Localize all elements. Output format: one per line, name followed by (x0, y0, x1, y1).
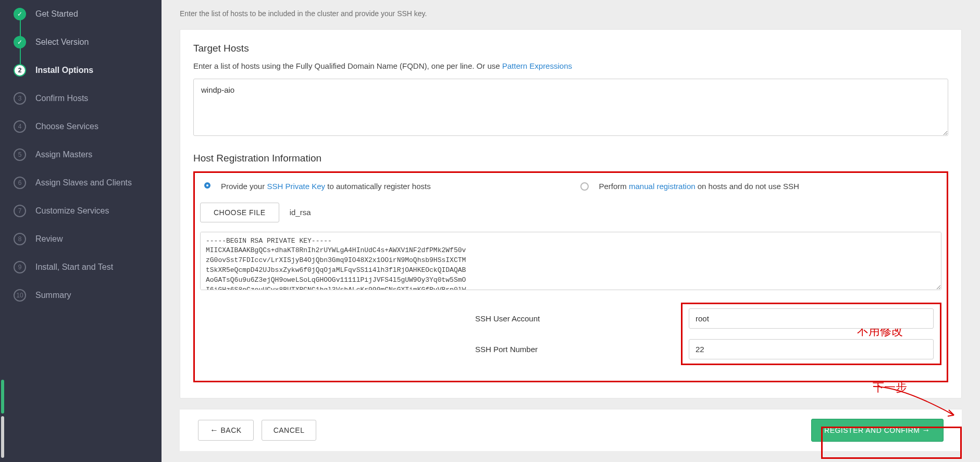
page-subtitle: Enter the list of hosts to be included i… (162, 0, 980, 29)
pattern-expressions-link[interactable]: Pattern Expressions (502, 61, 572, 70)
annotation-inner-highlight: 不用修改 SSH User Account SSH Port Number (681, 303, 941, 365)
step-number-icon: 7 (14, 205, 26, 217)
step-number-icon: 4 (14, 120, 26, 133)
target-hosts-textarea[interactable] (193, 79, 948, 136)
scrollbar-track[interactable] (1, 416, 4, 458)
step-number-icon: 6 (14, 177, 26, 189)
step-number-icon: 5 (14, 148, 26, 161)
wizard-step-label: Summary (35, 291, 71, 300)
choose-file-button[interactable]: CHOOSE FILE (200, 203, 279, 222)
wizard-step-choose-services[interactable]: 4 Choose Services (0, 113, 162, 141)
confirm-label: REGISTER AND CONFIRM (824, 426, 920, 434)
wizard-step-install-options[interactable]: 2 Install Options (0, 56, 162, 84)
cancel-button[interactable]: CANCEL (262, 420, 317, 441)
footer-left-buttons: ←BACK CANCEL (198, 420, 316, 441)
ssh-port-input[interactable] (689, 339, 934, 359)
step-number-icon: 9 (14, 261, 26, 273)
wizard-step-assign-masters[interactable]: 5 Assign Masters (0, 141, 162, 169)
wizard-step-label: Assign Masters (35, 150, 92, 159)
install-options-card: Target Hosts Enter a list of hosts using… (180, 29, 962, 398)
ssh-user-label: SSH User Account (475, 314, 631, 323)
back-label: BACK (221, 426, 242, 434)
text: to automatically register hosts (325, 182, 431, 191)
text: on hosts and do not use SSH (696, 182, 799, 191)
wizard-step-label: Assign Slaves and Clients (35, 178, 132, 188)
ssh-key-textarea[interactable] (200, 232, 941, 290)
wizard-step-summary[interactable]: 10 Summary (0, 281, 162, 309)
wizard-step-confirm-hosts[interactable]: 3 Confirm Hosts (0, 84, 162, 113)
ssh-private-key-link[interactable]: SSH Private Key (267, 182, 325, 191)
radio-ssh-key[interactable]: Provide your SSH Private Key to automati… (200, 178, 566, 195)
step-number-icon: 3 (14, 92, 26, 105)
wizard-step-label: Install, Start and Test (35, 263, 113, 272)
wizard-step-install-start-test[interactable]: 9 Install, Start and Test (0, 253, 162, 281)
wizard-step-select-version[interactable]: ✓ Select Version (0, 28, 162, 56)
wizard-step-review[interactable]: 8 Review (0, 225, 162, 253)
wizard-step-label: Install Options (35, 66, 93, 75)
step-number-icon: 10 (14, 289, 26, 302)
radio-unchecked-icon (580, 182, 589, 191)
ssh-key-file-row: CHOOSE FILE id_rsa (195, 195, 947, 228)
wizard-step-assign-slaves[interactable]: 6 Assign Slaves and Clients (0, 169, 162, 197)
wizard-step-customize-services[interactable]: 7 Customize Services (0, 197, 162, 225)
registration-method-radios: Provide your SSH Private Key to automati… (195, 178, 947, 195)
wizard-step-label: Get Started (35, 9, 78, 19)
host-registration-title: Host Registration Information (193, 153, 948, 164)
wizard-step-label: Customize Services (35, 206, 109, 216)
wizard-step-label: Choose Services (35, 122, 98, 131)
wizard-step-label: Select Version (35, 38, 89, 47)
radio-label: Perform manual registration on hosts and… (599, 181, 799, 193)
target-hosts-title: Target Hosts (193, 43, 948, 54)
scrollbar-thumb[interactable] (1, 380, 4, 414)
text: Provide your (221, 182, 267, 191)
wizard-sidebar: ✓ Get Started ✓ Select Version 2 Install… (0, 0, 162, 462)
back-button[interactable]: ←BACK (198, 420, 254, 441)
radio-manual-registration[interactable]: Perform manual registration on hosts and… (576, 178, 942, 195)
chosen-file-name: id_rsa (290, 208, 311, 217)
radio-label: Provide your SSH Private Key to automati… (221, 181, 431, 193)
help-text: Enter a list of hosts using the Fully Qu… (193, 61, 502, 70)
ssh-user-row: SSH User Account (689, 308, 934, 329)
wizard-step-label: Confirm Hosts (35, 94, 88, 103)
ssh-port-label: SSH Port Number (475, 345, 631, 354)
target-hosts-help: Enter a list of hosts using the Fully Qu… (193, 61, 948, 70)
step-number-icon: 8 (14, 233, 26, 245)
step-number-icon: 2 (14, 64, 26, 77)
check-icon: ✓ (14, 36, 26, 48)
register-and-confirm-button[interactable]: REGISTER AND CONFIRM→ (811, 419, 944, 442)
radio-checked-icon (204, 182, 210, 189)
main-content: Enter the list of hosts to be included i… (162, 0, 980, 462)
text: Perform (599, 182, 629, 191)
ssh-user-input[interactable] (689, 308, 934, 329)
check-icon: ✓ (14, 8, 26, 20)
annotation-highlight-box: Provide your SSH Private Key to automati… (193, 171, 948, 382)
footer-right: REGISTER AND CONFIRM→ (811, 419, 944, 442)
arrow-left-icon: ← (210, 426, 219, 434)
arrow-right-icon: → (922, 426, 931, 434)
ssh-port-row: SSH Port Number (689, 339, 934, 359)
wizard-footer: ←BACK CANCEL REGISTER AND CONFIRM→ (180, 409, 962, 451)
manual-registration-link[interactable]: manual registration (629, 182, 696, 191)
wizard-step-get-started[interactable]: ✓ Get Started (0, 0, 162, 28)
wizard-step-label: Review (35, 234, 63, 244)
